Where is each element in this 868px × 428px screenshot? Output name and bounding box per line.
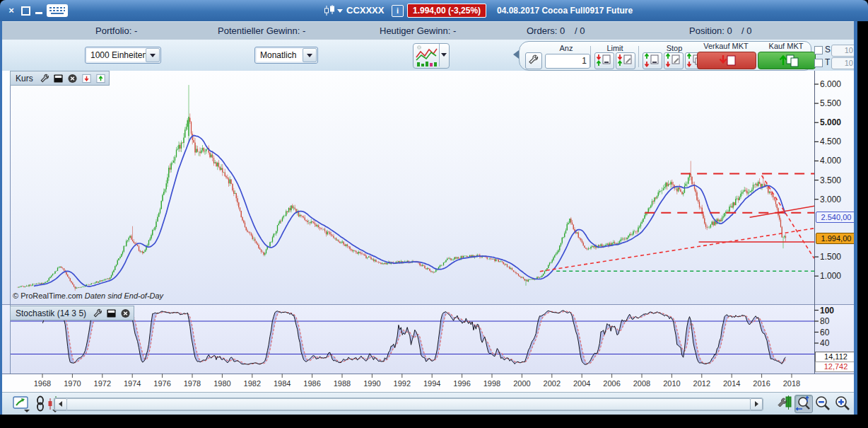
today-gain-label: Heutiger Gewinn: - — [380, 22, 456, 40]
close-icon[interactable] — [120, 308, 131, 318]
portfolio-label: Portfolio: - — [95, 22, 137, 40]
stop-order-icon — [643, 53, 660, 67]
limit-order-icon — [595, 53, 612, 67]
title-bar: × CCXXXX — [0, 0, 868, 21]
stochastic-panel-label: Stochastik (14 3 5) — [13, 308, 88, 318]
desktop-background — [857, 21, 868, 428]
sell-market-icon — [698, 52, 756, 69]
buy-market-icon — [758, 52, 815, 69]
collapse-panel-arrow[interactable] — [513, 50, 519, 59]
year-tick-label: 2000 — [508, 379, 535, 388]
timeframe-select[interactable]: Monatlich — [254, 47, 318, 64]
year-tick-label: 2010 — [658, 379, 685, 388]
stochastic-panel-tab: Stochastik (14 3 5) — [10, 306, 134, 320]
detach-window-icon[interactable] — [53, 74, 64, 83]
zoom-out-icon — [814, 395, 831, 412]
year-tick-label: 2006 — [599, 379, 626, 388]
last-price-marker: 1.994,00 — [816, 233, 857, 244]
stop-loss-field[interactable]: 10 — [831, 45, 856, 57]
stop-loss-checkbox[interactable] — [814, 46, 823, 54]
zoom-in-icon — [834, 395, 851, 412]
units-select-arrow[interactable] — [146, 48, 160, 62]
stoch-tick-label: 80 — [820, 316, 829, 326]
chevron-down-icon — [441, 53, 447, 57]
zoom-selection-button[interactable] — [794, 395, 813, 413]
minimize-icon — [35, 12, 42, 14]
wrench-icon[interactable] — [39, 74, 49, 83]
wrench-candle-icon — [778, 395, 793, 412]
price-panel-tab: Kurs — [10, 71, 110, 86]
sell-market-button[interactable] — [697, 52, 756, 69]
year-tick-label: 1968 — [29, 379, 56, 388]
zoom-in-button[interactable] — [834, 395, 851, 412]
year-tick-label: 1984 — [269, 379, 295, 388]
potential-gain-label: Potentieller Gewinn: - — [218, 22, 305, 40]
year-tick-label: 1990 — [358, 379, 385, 388]
chart-options-button[interactable] — [778, 395, 793, 411]
keyboard-button[interactable] — [47, 4, 68, 17]
order-settings-button[interactable] — [525, 52, 542, 69]
price-tick-label: 5.000 — [820, 117, 841, 127]
close-icon[interactable] — [67, 74, 78, 83]
scroll-left-button[interactable] — [54, 398, 67, 410]
chain-link-icon — [34, 395, 47, 412]
year-tick-label: 1974 — [119, 379, 146, 388]
units-select[interactable]: 1000 Einheiten — [85, 47, 161, 64]
wrench-icon[interactable] — [92, 308, 102, 318]
timeframe-select-arrow[interactable] — [303, 48, 317, 62]
price-tick-label: 4.500 — [820, 137, 841, 146]
info-icon[interactable]: i — [392, 5, 404, 17]
take-profit-label: T — [825, 57, 830, 67]
year-tick-label: 2016 — [749, 379, 775, 388]
year-tick-label: 1982 — [239, 379, 266, 388]
year-tick-label: 1994 — [418, 379, 445, 388]
limit-label: Limit — [593, 44, 637, 52]
stop-order-button[interactable] — [643, 52, 662, 69]
year-tick-label: 2012 — [688, 379, 715, 388]
position-pending: / 0 — [741, 22, 751, 40]
zoom-out-button[interactable] — [814, 395, 831, 412]
chart-type-button[interactable] — [413, 43, 450, 69]
chart-type-dropdown[interactable] — [439, 44, 449, 66]
limit-order-button[interactable] — [594, 52, 614, 69]
buy-market-label: Kauf MKT — [758, 42, 814, 50]
symbol-label: CCXXXX — [346, 0, 384, 21]
units-select-value: 1000 Einheiten — [90, 47, 147, 63]
horizontal-scrollbar[interactable] — [54, 398, 763, 411]
scroll-right-button[interactable] — [750, 398, 763, 410]
year-tick-label: 2018 — [778, 379, 805, 388]
link-windows-button[interactable] — [34, 395, 47, 411]
anz-quantity-field[interactable]: 1 — [545, 54, 590, 69]
stop-modify-icon — [664, 53, 681, 67]
scrollbar-thumb[interactable] — [66, 398, 751, 410]
price-tick-label: 5.500 — [820, 98, 841, 108]
price-tick-label: 3.000 — [820, 195, 841, 204]
price-chart-area[interactable] — [0, 71, 854, 304]
price-tick-label: 1.500 — [820, 252, 841, 262]
maximize-icon — [21, 6, 30, 16]
price-tick-label: 1.000 — [820, 271, 841, 281]
move-panel-up-icon[interactable] — [95, 74, 106, 83]
take-profit-checkbox[interactable] — [814, 59, 823, 67]
minimize-window-button[interactable] — [33, 5, 45, 16]
maximize-window-button[interactable] — [20, 5, 31, 16]
close-window-button[interactable]: × — [6, 5, 17, 16]
buy-market-button[interactable] — [758, 52, 816, 69]
stoch-tick-label: 60 — [820, 328, 829, 337]
share-arrow-icon — [13, 395, 31, 414]
stop-modify-button[interactable] — [664, 52, 684, 69]
copyright-note: © ProRealTime.com Daten sind End-of-Day — [13, 291, 163, 300]
price-tick-label: 4.000 — [820, 156, 841, 166]
year-tick-label: 1970 — [59, 379, 86, 388]
symbol-view-dropdown[interactable] — [322, 4, 343, 17]
share-chart-button[interactable] — [13, 395, 31, 411]
limit-modify-button[interactable] — [616, 52, 635, 69]
take-profit-field[interactable]: 10 — [831, 57, 856, 69]
desktop-background — [0, 415, 868, 428]
chevron-down-icon — [150, 54, 156, 57]
divider — [590, 46, 591, 67]
detach-window-icon[interactable] — [106, 308, 117, 318]
year-tick-label: 2002 — [539, 379, 565, 388]
move-panel-down-icon[interactable] — [81, 74, 92, 83]
timeframe-select-value: Monatlich — [260, 47, 296, 63]
